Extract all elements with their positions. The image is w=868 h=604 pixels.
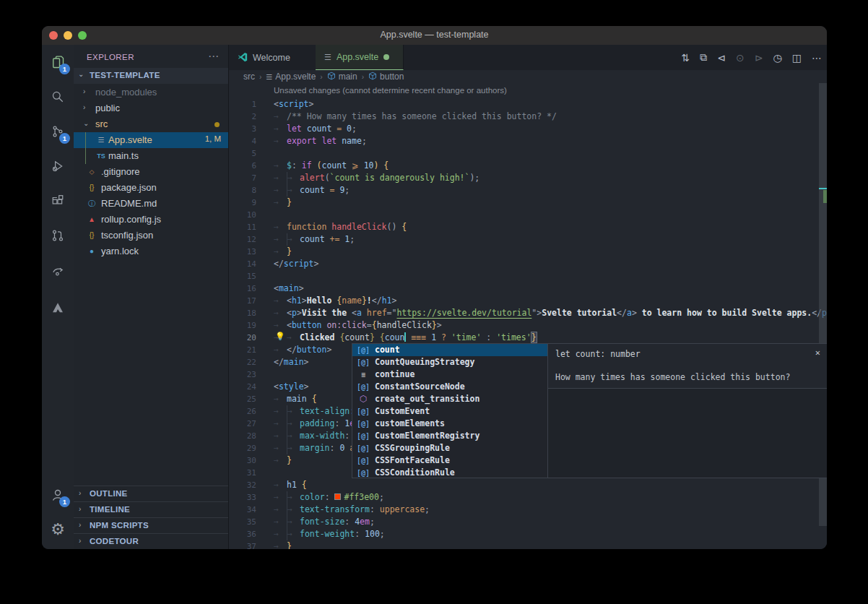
variable-icon: [@] <box>355 381 371 393</box>
line-number: 36 <box>229 528 256 540</box>
breadcrumb-separator: › <box>320 73 322 81</box>
activity-settings-icon[interactable]: ⚙ <box>42 514 74 545</box>
line-number: 13 <box>229 246 256 258</box>
code-line-35[interactable]: 35→→font-size: 4em; <box>229 516 827 528</box>
file-row-src[interactable]: ⌄src <box>74 116 228 132</box>
activity-run-debug-icon[interactable] <box>42 150 74 182</box>
variable-icon: [@] <box>355 454 371 467</box>
git-status-badge: 1, M <box>205 134 221 143</box>
section-codetour[interactable]: ›CODETOUR <box>74 533 228 549</box>
code-line-36[interactable]: 36→→font-weight: 100; <box>229 528 827 540</box>
code-editor[interactable]: Unsaved changes (cannot determine recent… <box>229 83 827 549</box>
line-number: 35 <box>229 516 256 528</box>
lightbulb-icon[interactable]: 💡 <box>275 332 285 344</box>
file-row--gitignore[interactable]: ⬦.gitignore <box>74 164 228 180</box>
code-line-9[interactable]: 9→} <box>229 197 827 209</box>
code-line-7[interactable]: 7→→alert(`count is dangerously high!`); <box>229 172 827 184</box>
section-timeline[interactable]: ›TIMELINE <box>74 501 228 517</box>
code-line-32[interactable]: 32→h1 { <box>229 479 827 491</box>
suggest-label: CustomEvent <box>375 405 430 418</box>
code-line-16[interactable]: 16<main> <box>229 282 827 295</box>
file-row-tsconfig-json[interactable]: {}tsconfig.json <box>74 228 228 243</box>
split-editor-icon[interactable]: ◫ <box>792 52 802 64</box>
code-line-20[interactable]: 20→→Clicked {count} {coun ≡≡≡ 1 ? 'time'… <box>229 332 827 344</box>
chevron-right-icon: › <box>79 521 81 529</box>
more-actions-icon[interactable]: ⋯ <box>812 52 822 64</box>
file-name: src <box>95 118 108 129</box>
code-line-13[interactable]: 13→} <box>229 246 827 258</box>
open-preview-icon[interactable]: ⧉ <box>700 51 707 64</box>
file-row-main-ts[interactable]: TSmain.ts <box>74 148 228 164</box>
breadcrumb-src[interactable]: src <box>243 72 255 82</box>
code-line-18[interactable]: 18→<p>Visit the <a href="https://svelte.… <box>229 307 827 319</box>
line-content: →→count = 9; <box>274 184 350 197</box>
activity-live-share-icon[interactable] <box>42 254 74 286</box>
file-name: node_modules <box>95 87 157 98</box>
suggest-docs-signature: let count: number <box>555 349 641 359</box>
breadcrumb-label: src <box>243 72 255 82</box>
file-row-node-modules[interactable]: ›node_modules <box>74 85 228 100</box>
tab-welcome[interactable]: Welcome <box>229 45 316 70</box>
code-line-6[interactable]: 6→$: if (count ⩾ 10) { <box>229 160 827 172</box>
ts-icon: TS <box>96 150 106 162</box>
open-changes-icon[interactable]: ⇅ <box>682 52 690 64</box>
code-line-34[interactable]: 34→→text-transform: uppercase; <box>229 504 827 516</box>
file-row-package-json[interactable]: {}package.json <box>74 180 228 196</box>
code-line-33[interactable]: 33→→color: #ff3e00; <box>229 491 827 504</box>
code-line-3[interactable]: 3→let count = 0; <box>229 123 827 135</box>
code-line-2[interactable]: 2→/** How many times has someone clicked… <box>229 111 827 123</box>
code-line-1[interactable]: 1<script> <box>229 98 827 111</box>
sidebar-header: EXPLORER ⋯ <box>74 49 228 68</box>
code-line-10[interactable]: 10 <box>229 209 827 221</box>
code-line-37[interactable]: 37→} <box>229 540 827 549</box>
section-outline[interactable]: ›OUTLINE <box>74 486 228 501</box>
file-row-public[interactable]: ›public <box>74 100 228 116</box>
tab-label: Welcome <box>253 53 290 63</box>
more-actions-icon[interactable]: ⋯ <box>208 50 220 63</box>
line-content: →} <box>274 197 292 209</box>
suggest-label: CSSFontFaceRule <box>375 454 450 467</box>
line-content: →</button> <box>274 344 331 356</box>
file-row-app-svelte[interactable]: ☰App.svelte1, M <box>74 132 228 148</box>
line-number: 26 <box>229 405 256 418</box>
file-annotations-icon[interactable]: ◷ <box>773 52 782 64</box>
file-row-readme-md[interactable]: ⓘREADME.md <box>74 196 228 212</box>
activity-github-pull-requests-icon[interactable] <box>42 220 74 251</box>
breadcrumb-button[interactable]: button <box>368 72 404 82</box>
color-swatch[interactable] <box>334 493 341 500</box>
code-line-15[interactable]: 15 <box>229 270 827 282</box>
breadcrumb-main[interactable]: main <box>327 72 357 82</box>
close-icon[interactable]: ✕ <box>815 348 820 358</box>
code-line-5[interactable]: 5 <box>229 147 827 160</box>
overview-ruler-modified-marker <box>823 190 827 203</box>
activity-search-icon[interactable] <box>42 81 74 113</box>
code-line-4[interactable]: 4→export let name; <box>229 135 827 147</box>
line-number: 12 <box>229 233 256 246</box>
activity-explorer-icon[interactable]: 1 <box>42 46 74 78</box>
section-npm-scripts[interactable]: ›NPM SCRIPTS <box>74 517 228 533</box>
code-line-11[interactable]: 11→function handleClick() { <box>229 221 827 233</box>
code-line-19[interactable]: 19→<button on:click={handleClick}> <box>229 319 827 332</box>
tab-app-svelte[interactable]: ☰ App.svelte <box>316 45 404 70</box>
current-change-icon[interactable]: ⊙ <box>736 52 745 64</box>
code-line-14[interactable]: 14</script> <box>229 258 827 270</box>
chevron-down-icon: ⌄ <box>78 70 84 78</box>
activity-azure-icon[interactable] <box>42 292 74 324</box>
title-bar[interactable]: App.svelte — test-template <box>42 26 827 45</box>
line-number: 18 <box>229 307 256 319</box>
activity-accounts-icon[interactable]: 1 <box>42 479 74 511</box>
file-row-rollup-config-js[interactable]: ▲rollup.config.js <box>74 212 228 228</box>
breadcrumb-app-svelte[interactable]: ☰App.svelte <box>266 72 316 82</box>
suggest-label: CountQueuingStrategy <box>375 356 474 368</box>
code-line-17[interactable]: 17→<h1>Hello {name}!</h1> <box>229 295 827 307</box>
code-line-8[interactable]: 8→→count = 9; <box>229 184 827 197</box>
code-line-12[interactable]: 12→→count += 1; <box>229 233 827 246</box>
next-change-icon[interactable]: ⊳ <box>755 52 763 64</box>
project-root-row[interactable]: ⌄ TEST-TEMPLATE <box>74 68 228 84</box>
file-row-yarn-lock[interactable]: ●yarn.lock <box>74 243 228 259</box>
line-content: →→font-weight: 100; <box>274 528 385 540</box>
activity-extensions-icon[interactable] <box>42 185 74 217</box>
previous-change-icon[interactable]: ⊲ <box>717 52 726 64</box>
activity-source-control-icon[interactable]: 1 <box>42 116 74 147</box>
line-number: 29 <box>229 442 256 454</box>
